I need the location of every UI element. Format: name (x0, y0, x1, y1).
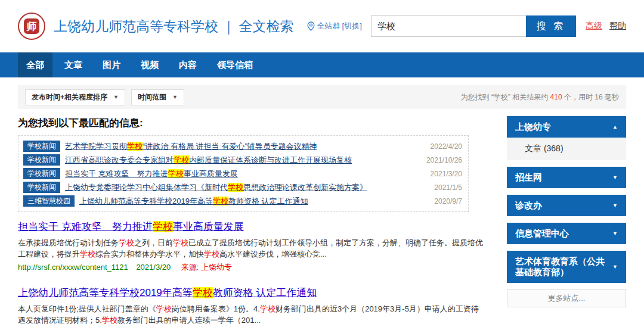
tab-videos[interactable]: 视频 (132, 52, 167, 77)
chevron-down-icon: ▼ (113, 94, 119, 100)
sidebar-panel-title: 上饶幼专 (515, 122, 551, 132)
sidebar-panel-admissions: 招生网 ▼ (507, 167, 626, 188)
sidebar-panel-header[interactable]: 诊改办 ▼ (507, 195, 626, 216)
best-match-link[interactable]: 艺术学院学习贯彻学校“讲政治 有格局 讲担当 有爱心”辅导员专题会议精神 (65, 141, 317, 152)
title-divider: ｜ (222, 18, 236, 34)
school-logo-icon: 师 (18, 13, 45, 40)
best-match-date: 2022/4/20 (423, 142, 462, 151)
category-badge: 学校新闻 (23, 141, 60, 152)
site-filter-sidebar: 上饶幼专 ▲ 文章 (368) 招生网 ▼ 诊改办 ▼ (507, 116, 626, 324)
search-button[interactable]: 搜 索 (526, 15, 576, 37)
result-snippet: 在承接提质培优行动计划任务学校之列，日前学校已成立了提质培优行动计划工作领导小组… (18, 237, 483, 260)
result-title-link[interactable]: 担当实干 克难攻坚 努力推进学校事业高质量发展 (18, 220, 244, 233)
search-results-page: 师 上饶幼儿师范高等专科学校｜全文检索 全站群 [切换] 搜 索 高级 帮助 全… (0, 0, 644, 324)
best-match-link[interactable]: 江西省高职诊改专委会专家组对学校内部质量保证体系诊断与改进工作开展现场复核 (65, 155, 352, 166)
sidebar-panel-title: 招生网 (515, 172, 542, 183)
search-input[interactable] (371, 15, 526, 37)
site-group-selector: 全站群 [切换] (307, 21, 362, 32)
result-title-link[interactable]: 上饶幼儿师范高等专科学校2019年高等学校教师资格 认定工作通知 (18, 286, 317, 300)
category-badge: 三维智慧校园 (23, 195, 75, 207)
chevron-down-icon: ▼ (172, 94, 178, 100)
sidebar-panel-srys: 上饶幼专 ▲ 文章 (368) (507, 116, 626, 160)
category-nav: 全部 文章 图片 视频 内容 领导信箱 (0, 52, 644, 77)
sidebar-panel-header[interactable]: 招生网 ▼ (507, 167, 626, 188)
page-header: 师 上饶幼儿师范高等专科学校｜全文检索 全站群 [切换] 搜 索 高级 帮助 (0, 0, 644, 52)
school-name: 上饶幼儿师范高等专科学校 (54, 18, 218, 34)
school-seal-glyph: 师 (24, 18, 39, 34)
sidebar-panel-body: 文章 (368) (507, 138, 626, 160)
chevron-down-icon: ▼ (608, 261, 618, 272)
result-snippet: 本人页复印件1份;提供人社部门盖章的《学校岗位聘用备案表》1份。4.学校财务部门… (18, 303, 483, 324)
best-match-link[interactable]: 上饶幼儿师范高等专科学校2019年高等学校教师资格 认定工作通知 (79, 196, 308, 207)
chevron-down-icon: ▼ (608, 228, 618, 239)
best-match-date: 2020/9/7 (427, 197, 462, 205)
more-sites-button[interactable]: 更多站点... (507, 289, 626, 307)
best-match-item: 学校新闻 担当实干 克难攻坚 努力推进学校事业高质量发展 2021/3/20 (23, 167, 462, 180)
sidebar-panel-header[interactable]: 信息管理中心 ▼ (507, 223, 626, 244)
time-range-dropdown[interactable]: 时间范围 ▼ (131, 89, 184, 105)
search-result: 担当实干 克难攻坚 努力推进学校事业高质量发展 在承接提质培优行动计划任务学校之… (18, 220, 469, 273)
result-date: 2021/3/20 (136, 263, 171, 272)
sidebar-panel-arts-pe: 艺术体育教育系（公共基础教育部） ▼ (507, 251, 626, 283)
time-range-label: 时间范围 (138, 92, 166, 102)
site-title: 上饶幼儿师范高等专科学校｜全文检索 (54, 17, 294, 36)
sort-dropdown[interactable]: 发布时间+相关程度排序 ▼ (25, 89, 125, 105)
chevron-down-icon: ▼ (608, 200, 618, 211)
results-count-info: 为您找到 “学校” 相关结果约 410 个，用时 16 毫秒 (461, 92, 619, 102)
best-match-item: 学校新闻 上饶幼专党委理论学习中心组集体学习《新时代学校思想政治理论课改革创新实… (23, 180, 462, 194)
best-match-link[interactable]: 上饶幼专党委理论学习中心组集体学习《新时代学校思想政治理论课改革创新实施方案》 (65, 182, 367, 193)
category-badge: 学校新闻 (23, 182, 60, 193)
sort-dropdown-label: 发布时间+相关程度排序 (32, 92, 107, 102)
results-column: 为您找到以下最匹配的信息: 学校新闻 艺术学院学习贯彻学校“讲政治 有格局 讲担… (18, 116, 469, 324)
sidebar-panel-zhengaiban: 诊改办 ▼ (507, 195, 626, 216)
advanced-search-link[interactable]: 高级 (586, 21, 602, 32)
site-group-label: 全站群 (317, 21, 340, 32)
best-match-link[interactable]: 担当实干 克难攻坚 努力推进学校事业高质量发展 (65, 169, 238, 179)
scope-label: 全文检索 (239, 18, 294, 34)
result-url: http://srsf.cn/xxxw/content_1121 (18, 263, 128, 272)
category-badge: 学校新闻 (23, 168, 60, 179)
tab-images[interactable]: 图片 (94, 52, 129, 77)
result-source: 来源: 上饶幼专 (181, 263, 232, 272)
best-match-date: 2021/3/20 (423, 170, 462, 178)
tab-content[interactable]: 内容 (171, 52, 205, 77)
filter-bar: 发布时间+相关程度排序 ▼ 时间范围 ▼ 为您找到 “学校” 相关结果约 410… (18, 85, 626, 109)
best-match-heading: 为您找到以下最匹配的信息: (18, 116, 469, 130)
tab-articles[interactable]: 文章 (56, 52, 91, 77)
best-match-item: 三维智慧校园 上饶幼儿师范高等专科学校2019年高等学校教师资格 认定工作通知 … (23, 194, 462, 208)
best-match-date: 2021/10/26 (419, 156, 462, 164)
sidebar-panel-header[interactable]: 艺术体育教育系（公共基础教育部） ▼ (507, 251, 626, 283)
help-link[interactable]: 帮助 (609, 21, 626, 32)
best-match-item: 学校新闻 艺术学院学习贯彻学校“讲政治 有格局 讲担当 有爱心”辅导员专题会议精… (23, 139, 462, 153)
sidebar-panel-title: 艺术体育教育系（公共基础教育部） (515, 256, 608, 278)
best-match-item: 学校新闻 江西省高职诊改专委会专家组对学校内部质量保证体系诊断与改进工作开展现场… (23, 153, 462, 167)
tab-all[interactable]: 全部 (18, 52, 52, 77)
sidebar-panel-info-center: 信息管理中心 ▼ (507, 223, 626, 244)
site-group-switch-link[interactable]: [切换] (342, 21, 362, 32)
best-match-list: 学校新闻 艺术学院学习贯彻学校“讲政治 有格局 讲担当 有爱心”辅导员专题会议精… (18, 135, 469, 212)
tab-leader-mailbox[interactable]: 领导信箱 (209, 52, 261, 77)
sidebar-panel-title: 信息管理中心 (515, 228, 569, 239)
search-result: 上饶幼儿师范高等专科学校2019年高等学校教师资格 认定工作通知 本人页复印件1… (18, 286, 469, 324)
chevron-down-icon: ▼ (608, 172, 618, 183)
sidebar-item-articles-count[interactable]: 文章 (368) (507, 138, 626, 160)
chevron-up-icon: ▲ (608, 122, 618, 132)
sidebar-panel-header[interactable]: 上饶幼专 ▲ (507, 116, 626, 138)
sidebar-panel-title: 诊改办 (515, 200, 542, 211)
search-area: 搜 索 高级 帮助 (371, 15, 626, 37)
result-meta: http://srsf.cn/xxxw/content_1121 2021/3/… (18, 262, 469, 273)
category-badge: 学校新闻 (23, 154, 60, 166)
best-match-date: 2021/1/5 (427, 183, 462, 192)
location-pin-icon (307, 21, 315, 31)
main-content: 为您找到以下最匹配的信息: 学校新闻 艺术学院学习贯彻学校“讲政治 有格局 讲担… (0, 116, 644, 324)
